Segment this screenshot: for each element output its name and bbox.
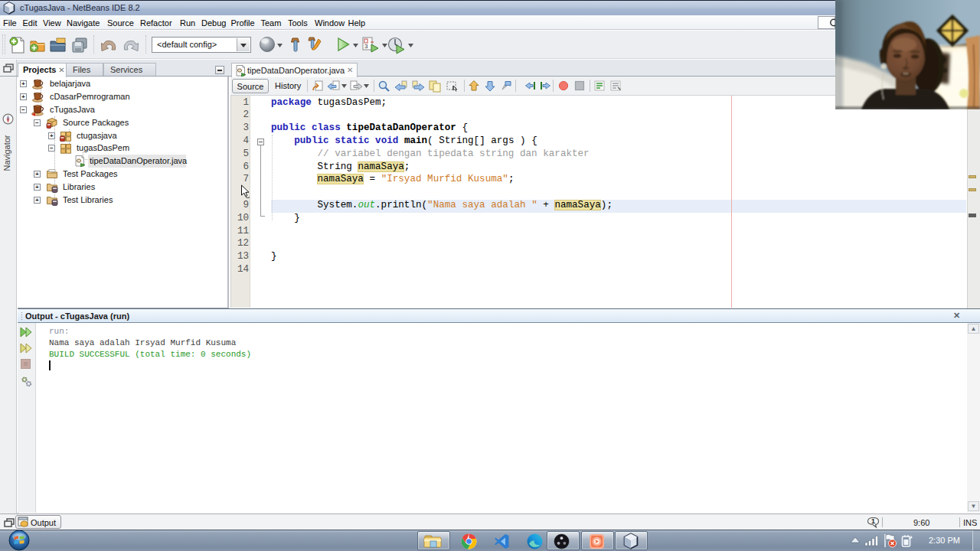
svg-text:1: 1	[871, 517, 875, 525]
